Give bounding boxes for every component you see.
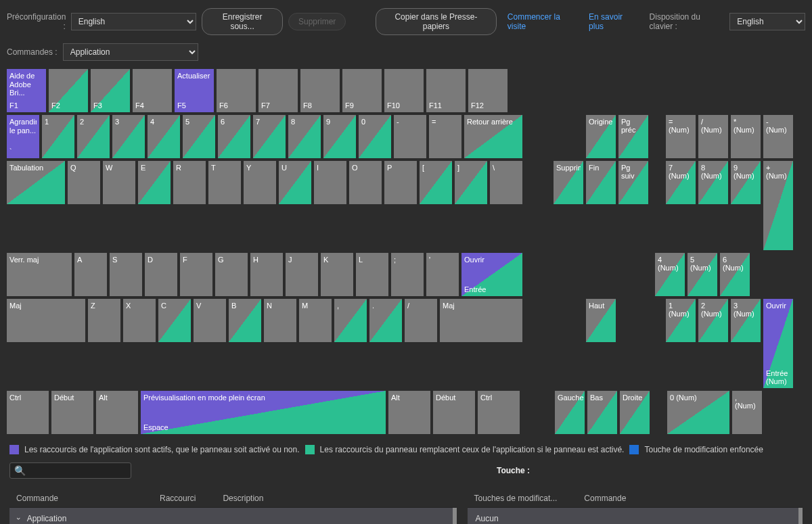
key-5[interactable]: 5 xyxy=(183,115,215,158)
key-comma[interactable]: , xyxy=(334,299,367,342)
key-down[interactable]: Bas xyxy=(587,391,617,434)
key-f1[interactable]: Aide de Adobe Bri...F1 xyxy=(7,69,46,112)
key-y[interactable]: Y xyxy=(244,161,276,204)
key-f4[interactable]: F4 xyxy=(133,69,172,112)
key-k[interactable]: K xyxy=(321,253,353,296)
key-1[interactable]: 1 xyxy=(42,115,74,158)
key-f5[interactable]: ActualiserF5 xyxy=(175,69,214,112)
key-n[interactable]: N xyxy=(264,299,296,342)
key-dot[interactable]: . xyxy=(369,299,402,342)
key-v[interactable]: V xyxy=(194,299,226,342)
key-pgup[interactable]: Pg préc xyxy=(618,115,648,158)
key-backslash[interactable]: \ xyxy=(490,161,522,204)
key-num-enter[interactable]: OuvrirEntrée (Num) xyxy=(763,299,793,388)
key-f7[interactable]: F7 xyxy=(258,69,298,112)
key-quote[interactable]: ' xyxy=(426,253,459,296)
key-alt-r[interactable]: Alt xyxy=(388,391,430,434)
key-num8[interactable]: 8 (Num) xyxy=(698,161,728,204)
key-alt-l[interactable]: Alt xyxy=(96,391,138,434)
key-tab[interactable]: Tabulation xyxy=(7,161,65,204)
key-enter[interactable]: OuvrirEntrée xyxy=(461,253,522,296)
key-8[interactable]: 8 xyxy=(288,115,321,158)
layout-select[interactable]: English xyxy=(729,13,805,30)
key-w[interactable]: W xyxy=(103,161,135,204)
copy-clipboard-button[interactable]: Copier dans le Presse-papiers xyxy=(376,8,497,35)
key-3[interactable]: 3 xyxy=(112,115,145,158)
key-f6[interactable]: F6 xyxy=(217,69,256,112)
key-num5[interactable]: 5 (Num) xyxy=(687,253,717,296)
preset-select[interactable]: English xyxy=(71,13,197,30)
key-o[interactable]: O xyxy=(349,161,382,204)
key-delete[interactable]: Supprimer xyxy=(554,161,583,204)
list-row-application[interactable]: › Application xyxy=(9,508,457,524)
key-equal[interactable]: = xyxy=(429,115,461,158)
key-num-dot[interactable]: , (Num) xyxy=(732,391,762,434)
key-f10[interactable]: F10 xyxy=(384,69,424,112)
key-pgdn[interactable]: Pg suiv xyxy=(618,161,648,204)
key-z[interactable]: Z xyxy=(88,299,120,342)
key-num-mul[interactable]: * (Num) xyxy=(731,115,761,158)
key-num1[interactable]: 1 (Num) xyxy=(666,299,696,342)
key-num4[interactable]: 4 (Num) xyxy=(655,253,685,296)
key-m[interactable]: M xyxy=(299,299,332,342)
key-h[interactable]: H xyxy=(250,253,283,296)
key-l[interactable]: L xyxy=(356,253,388,296)
key-a[interactable]: A xyxy=(74,253,107,296)
key-u[interactable]: U xyxy=(279,161,311,204)
key-7[interactable]: 7 xyxy=(253,115,286,158)
key-num6[interactable]: 6 (Num) xyxy=(720,253,750,296)
key-s[interactable]: S xyxy=(110,253,142,296)
key-caps[interactable]: Verr. maj xyxy=(7,253,72,296)
search-box[interactable]: 🔍 xyxy=(9,462,131,479)
key-num-eq[interactable]: = (Num) xyxy=(666,115,696,158)
key-f11[interactable]: F11 xyxy=(426,69,466,112)
key-win-l[interactable]: Début xyxy=(51,391,93,434)
key-num-plus[interactable]: + (Num) xyxy=(763,161,793,250)
key-q[interactable]: Q xyxy=(68,161,100,204)
key-num2[interactable]: 2 (Num) xyxy=(698,299,728,342)
key-x[interactable]: X xyxy=(123,299,156,342)
key-rbracket[interactable]: ] xyxy=(455,161,487,204)
key-0[interactable]: 0 xyxy=(359,115,391,158)
mod-row-none[interactable]: Aucun xyxy=(468,508,803,524)
save-as-button[interactable]: Enregistrer sous... xyxy=(202,8,283,35)
start-tour-link[interactable]: Commencer la visite xyxy=(508,12,575,31)
key-num-div[interactable]: / (Num) xyxy=(698,115,728,158)
learn-more-link[interactable]: En savoir plus xyxy=(589,12,636,31)
key-home[interactable]: Origine xyxy=(586,115,616,158)
key-shift-l[interactable]: Maj xyxy=(7,299,85,342)
key-f[interactable]: F xyxy=(180,253,212,296)
key-right[interactable]: Droite xyxy=(620,391,650,434)
key-semi[interactable]: ; xyxy=(391,253,424,296)
key-j[interactable]: J xyxy=(286,253,318,296)
key-g[interactable]: G xyxy=(215,253,248,296)
key-d[interactable]: D xyxy=(145,253,177,296)
key-f3[interactable]: F3 xyxy=(91,69,130,112)
key-shift-r[interactable]: Maj xyxy=(440,299,522,342)
key-f12[interactable]: F12 xyxy=(468,69,508,112)
key-slash[interactable]: / xyxy=(405,299,437,342)
commands-select[interactable]: Application xyxy=(63,43,198,61)
key-backspace[interactable]: Retour arrière xyxy=(464,115,522,158)
key-2[interactable]: 2 xyxy=(77,115,110,158)
key-num0[interactable]: 0 (Num) xyxy=(667,391,729,434)
key-space[interactable]: Prévisualisation en mode plein écranEspa… xyxy=(141,391,386,434)
key-r[interactable]: R xyxy=(173,161,206,204)
key-9[interactable]: 9 xyxy=(323,115,356,158)
key-backtick[interactable]: Agrandir le pan...` xyxy=(7,115,39,158)
key-end[interactable]: Fin xyxy=(586,161,616,204)
key-f9[interactable]: F9 xyxy=(342,69,382,112)
key-e[interactable]: E xyxy=(138,161,171,204)
key-4[interactable]: 4 xyxy=(148,115,180,158)
key-left[interactable]: Gauche xyxy=(555,391,585,434)
key-num-min[interactable]: - (Num) xyxy=(763,115,793,158)
key-num3[interactable]: 3 (Num) xyxy=(731,299,761,342)
scrollbar[interactable] xyxy=(453,508,457,524)
key-up[interactable]: Haut xyxy=(586,299,616,342)
key-num9[interactable]: 9 (Num) xyxy=(731,161,761,204)
key-ctrl-r[interactable]: Ctrl xyxy=(478,391,520,434)
key-lbracket[interactable]: [ xyxy=(420,161,452,204)
key-ctrl-l[interactable]: Ctrl xyxy=(7,391,49,434)
search-input[interactable] xyxy=(28,466,127,475)
key-c[interactable]: C xyxy=(158,299,191,342)
